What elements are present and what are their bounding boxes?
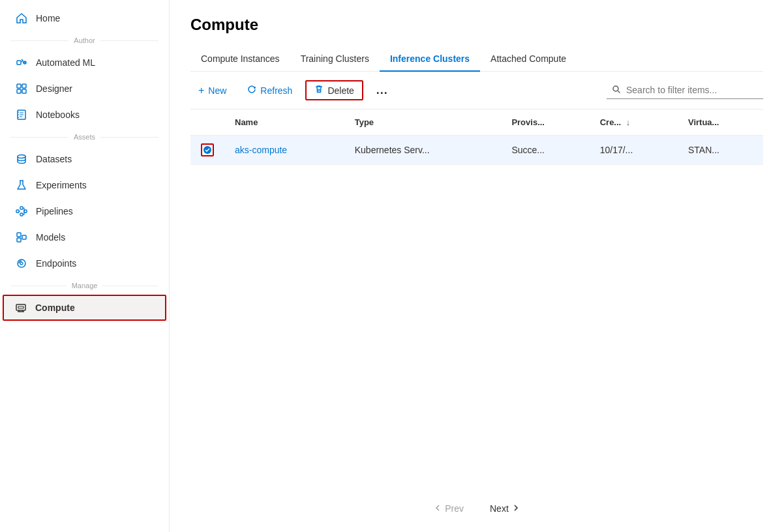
sidebar-item-experiments[interactable]: Experiments xyxy=(0,172,169,198)
tab-bar: Compute Instances Training Clusters Infe… xyxy=(190,47,763,72)
home-icon xyxy=(15,12,28,25)
svg-rect-14 xyxy=(22,235,26,239)
sidebar-item-home[interactable]: Home xyxy=(0,5,169,31)
col-virtual: Virtua... xyxy=(678,110,763,136)
sidebar-item-home-label: Home xyxy=(36,13,60,23)
sidebar: Home Author Automated ML Designer xyxy=(0,0,170,532)
svg-rect-4 xyxy=(17,89,21,93)
next-icon xyxy=(513,503,519,514)
plus-icon: + xyxy=(198,85,204,96)
prev-icon xyxy=(434,503,441,514)
refresh-icon xyxy=(247,85,256,96)
sidebar-item-designer[interactable]: Designer xyxy=(0,76,169,102)
sidebar-item-models-label: Models xyxy=(36,232,65,243)
tab-compute-instances[interactable]: Compute Instances xyxy=(190,47,290,72)
sidebar-divider-author: Author xyxy=(10,37,158,44)
designer-icon xyxy=(15,82,28,95)
page-title: Compute xyxy=(190,16,763,34)
svg-rect-2 xyxy=(17,84,21,88)
automl-icon xyxy=(15,56,28,69)
search-box[interactable] xyxy=(607,82,763,99)
datasets-icon xyxy=(15,153,28,166)
svg-rect-10 xyxy=(20,213,23,216)
main-content: Compute Compute Instances Training Clust… xyxy=(170,0,784,532)
more-button[interactable]: ... xyxy=(369,80,396,101)
search-input[interactable] xyxy=(626,85,757,95)
sidebar-divider-manage: Manage xyxy=(10,282,158,289)
svg-rect-13 xyxy=(17,238,21,242)
col-checkbox xyxy=(190,110,224,136)
row-created-cell: 10/17/... xyxy=(590,136,678,165)
col-created: Cre... ↓ xyxy=(590,110,678,136)
svg-rect-3 xyxy=(22,84,26,88)
table-container: Name Type Provis... Cre... ↓ Virtua... xyxy=(190,110,763,485)
sidebar-item-models[interactable]: Models xyxy=(0,224,169,250)
sidebar-item-pipelines[interactable]: Pipelines xyxy=(0,198,169,224)
sidebar-item-endpoints-label: Endpoints xyxy=(36,258,76,269)
table-row[interactable]: aks-compute Kubernetes Serv... Succe... … xyxy=(190,136,763,165)
sidebar-item-notebooks[interactable]: Notebooks xyxy=(0,102,169,128)
col-type: Type xyxy=(344,110,502,136)
svg-rect-5 xyxy=(22,89,26,93)
endpoints-icon xyxy=(15,257,28,270)
sidebar-item-endpoints[interactable]: Endpoints xyxy=(0,250,169,276)
col-name: Name xyxy=(224,110,344,136)
delete-button[interactable]: Delete xyxy=(305,80,363,100)
sidebar-item-experiments-label: Experiments xyxy=(36,180,87,190)
row-name-cell[interactable]: aks-compute xyxy=(224,136,344,165)
sidebar-item-datasets-label: Datasets xyxy=(36,154,72,164)
sidebar-item-automated-ml[interactable]: Automated ML xyxy=(0,50,169,76)
checkbox-checked-icon xyxy=(201,143,214,156)
tab-attached-compute[interactable]: Attached Compute xyxy=(480,47,577,72)
svg-rect-0 xyxy=(17,61,21,65)
sidebar-item-automated-ml-label: Automated ML xyxy=(36,57,95,68)
svg-rect-8 xyxy=(16,210,19,213)
row-checkbox-cell[interactable] xyxy=(190,136,224,165)
compute-icon xyxy=(14,301,27,314)
svg-rect-12 xyxy=(17,233,21,237)
svg-point-16 xyxy=(20,262,23,265)
refresh-button[interactable]: Refresh xyxy=(239,81,300,100)
pipelines-icon xyxy=(15,205,28,218)
prev-button[interactable]: Prev xyxy=(424,498,474,519)
inference-clusters-table: Name Type Provis... Cre... ↓ Virtua... xyxy=(190,110,763,165)
next-button[interactable]: Next xyxy=(479,498,530,519)
toolbar: + New Refresh Delete ... xyxy=(190,72,763,110)
sidebar-item-datasets[interactable]: Datasets xyxy=(0,146,169,172)
sidebar-item-notebooks-label: Notebooks xyxy=(36,110,80,120)
more-icon: ... xyxy=(376,83,388,97)
svg-point-19 xyxy=(613,86,618,91)
new-button[interactable]: + New xyxy=(190,81,234,100)
tab-inference-clusters[interactable]: Inference Clusters xyxy=(380,47,480,72)
sidebar-divider-assets: Assets xyxy=(10,133,158,141)
row-checkbox[interactable] xyxy=(201,143,214,156)
sidebar-item-compute[interactable]: Compute xyxy=(3,295,166,321)
delete-icon xyxy=(314,85,324,96)
search-icon xyxy=(612,85,621,96)
sidebar-item-designer-label: Designer xyxy=(36,83,72,94)
sort-icon: ↓ xyxy=(626,117,631,127)
sidebar-item-pipelines-label: Pipelines xyxy=(36,206,73,216)
svg-rect-18 xyxy=(18,306,23,308)
notebooks-icon xyxy=(15,108,28,121)
row-type-cell: Kubernetes Serv... xyxy=(344,136,502,165)
svg-rect-9 xyxy=(20,207,23,209)
sidebar-item-compute-label: Compute xyxy=(35,303,75,313)
row-provisioning-cell: Succe... xyxy=(501,136,589,165)
experiments-icon xyxy=(15,179,28,192)
row-virtual-cell: STAN... xyxy=(678,136,763,165)
col-provisioning: Provis... xyxy=(501,110,589,136)
tab-training-clusters[interactable]: Training Clusters xyxy=(290,47,380,72)
svg-point-7 xyxy=(18,155,25,158)
svg-rect-17 xyxy=(16,304,25,310)
row-name-link[interactable]: aks-compute xyxy=(235,145,287,155)
pagination: Prev Next xyxy=(190,485,763,532)
models-icon xyxy=(15,231,28,244)
